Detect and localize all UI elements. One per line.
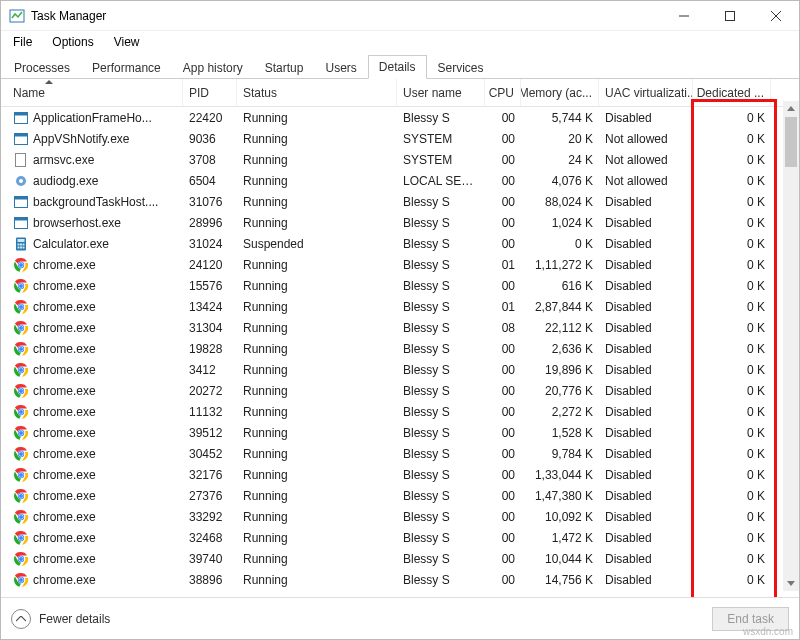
svg-point-51: [19, 389, 23, 393]
process-cpu: 00: [485, 426, 521, 440]
column-status[interactable]: Status: [237, 79, 397, 106]
tab-services[interactable]: Services: [427, 56, 495, 79]
maximize-button[interactable]: [707, 1, 753, 31]
table-row[interactable]: chrome.exe38896RunningBlessy S0014,756 K…: [1, 569, 799, 590]
process-icon: [13, 509, 29, 525]
svg-point-79: [19, 536, 23, 540]
svg-point-87: [19, 578, 23, 582]
table-row[interactable]: audiodg.exe6504RunningLOCAL SER...004,07…: [1, 170, 799, 191]
process-dedicated: 0 K: [693, 258, 771, 272]
scroll-down-icon[interactable]: [787, 581, 795, 586]
table-row[interactable]: chrome.exe11132RunningBlessy S002,272 KD…: [1, 401, 799, 422]
scroll-up-icon[interactable]: [787, 106, 795, 111]
scroll-thumb[interactable]: [785, 117, 797, 167]
process-name: AppVShNotify.exe: [33, 132, 130, 146]
process-status: Running: [237, 405, 397, 419]
task-manager-icon: [9, 8, 25, 24]
process-cpu: 00: [485, 447, 521, 461]
table-row[interactable]: chrome.exe3412RunningBlessy S0019,896 KD…: [1, 359, 799, 380]
tab-users[interactable]: Users: [314, 56, 367, 79]
process-user: SYSTEM: [397, 132, 485, 146]
table-row[interactable]: chrome.exe27376RunningBlessy S001,47,380…: [1, 485, 799, 506]
process-memory: 1,472 K: [521, 531, 599, 545]
process-uac: Disabled: [599, 426, 693, 440]
svg-point-27: [19, 263, 23, 267]
close-button[interactable]: [753, 1, 799, 31]
minimize-button[interactable]: [661, 1, 707, 31]
process-user: Blessy S: [397, 489, 485, 503]
column-name[interactable]: Name: [7, 79, 183, 106]
process-name: Calculator.exe: [33, 237, 109, 251]
column-uac[interactable]: UAC virtualizati...: [599, 79, 693, 106]
table-row[interactable]: ApplicationFrameHo...22420RunningBlessy …: [1, 107, 799, 128]
process-user: Blessy S: [397, 405, 485, 419]
process-user: Blessy S: [397, 573, 485, 587]
process-dedicated: 0 K: [693, 111, 771, 125]
process-cpu: 00: [485, 573, 521, 587]
table-row[interactable]: chrome.exe33292RunningBlessy S0010,092 K…: [1, 506, 799, 527]
tab-processes[interactable]: Processes: [3, 56, 81, 79]
process-user: Blessy S: [397, 531, 485, 545]
table-row[interactable]: chrome.exe32176RunningBlessy S001,33,044…: [1, 464, 799, 485]
svg-point-63: [19, 452, 23, 456]
menu-options[interactable]: Options: [44, 33, 101, 51]
process-uac: Disabled: [599, 489, 693, 503]
table-row[interactable]: chrome.exe19828RunningBlessy S002,636 KD…: [1, 338, 799, 359]
column-dedicated[interactable]: Dedicated ...: [693, 79, 771, 106]
process-memory: 1,47,380 K: [521, 489, 599, 503]
column-cpu[interactable]: CPU: [485, 79, 521, 106]
process-memory: 1,528 K: [521, 426, 599, 440]
table-row[interactable]: chrome.exe20272RunningBlessy S0020,776 K…: [1, 380, 799, 401]
process-dedicated: 0 K: [693, 216, 771, 230]
tab-startup[interactable]: Startup: [254, 56, 315, 79]
tab-app-history[interactable]: App history: [172, 56, 254, 79]
table-row[interactable]: armsvc.exe3708RunningSYSTEM0024 KNot all…: [1, 149, 799, 170]
column-headers: Name PID Status User name CPU Memory (ac…: [1, 79, 799, 107]
process-icon: [13, 362, 29, 378]
svg-point-31: [19, 284, 23, 288]
process-memory: 5,744 K: [521, 111, 599, 125]
table-row[interactable]: browserhost.exe28996RunningBlessy S001,0…: [1, 212, 799, 233]
tab-performance[interactable]: Performance: [81, 56, 172, 79]
process-uac: Disabled: [599, 342, 693, 356]
table-row[interactable]: backgroundTaskHost....31076RunningBlessy…: [1, 191, 799, 212]
process-dedicated: 0 K: [693, 195, 771, 209]
process-cpu: 00: [485, 279, 521, 293]
table-row[interactable]: chrome.exe24120RunningBlessy S011,11,272…: [1, 254, 799, 275]
table-row[interactable]: chrome.exe13424RunningBlessy S012,87,844…: [1, 296, 799, 317]
table-row[interactable]: chrome.exe30452RunningBlessy S009,784 KD…: [1, 443, 799, 464]
process-dedicated: 0 K: [693, 300, 771, 314]
fewer-details-button[interactable]: Fewer details: [11, 609, 110, 629]
process-memory: 1,11,272 K: [521, 258, 599, 272]
process-user: Blessy S: [397, 342, 485, 356]
table-row[interactable]: Calculator.exe31024SuspendedBlessy S000 …: [1, 233, 799, 254]
column-memory[interactable]: Memory (ac...: [521, 79, 599, 106]
table-row[interactable]: AppVShNotify.exe9036RunningSYSTEM0020 KN…: [1, 128, 799, 149]
vertical-scrollbar[interactable]: [783, 101, 799, 591]
process-uac: Disabled: [599, 510, 693, 524]
process-memory: 20 K: [521, 132, 599, 146]
process-pid: 27376: [183, 489, 237, 503]
table-row[interactable]: chrome.exe31304RunningBlessy S0822,112 K…: [1, 317, 799, 338]
menu-view[interactable]: View: [106, 33, 148, 51]
table-row[interactable]: chrome.exe39512RunningBlessy S001,528 KD…: [1, 422, 799, 443]
process-pid: 24120: [183, 258, 237, 272]
table-row[interactable]: chrome.exe15576RunningBlessy S00616 KDis…: [1, 275, 799, 296]
process-cpu: 00: [485, 405, 521, 419]
menu-file[interactable]: File: [5, 33, 40, 51]
process-icon: [13, 278, 29, 294]
process-dedicated: 0 K: [693, 552, 771, 566]
process-name: chrome.exe: [33, 405, 96, 419]
process-dedicated: 0 K: [693, 489, 771, 503]
menubar: File Options View: [1, 31, 799, 53]
table-row[interactable]: chrome.exe39740RunningBlessy S0010,044 K…: [1, 548, 799, 569]
process-name: chrome.exe: [33, 510, 96, 524]
process-uac: Disabled: [599, 552, 693, 566]
column-pid[interactable]: PID: [183, 79, 237, 106]
svg-rect-20: [23, 243, 25, 245]
process-icon: [13, 425, 29, 441]
column-user[interactable]: User name: [397, 79, 485, 106]
table-row[interactable]: chrome.exe32468RunningBlessy S001,472 KD…: [1, 527, 799, 548]
tab-details[interactable]: Details: [368, 55, 427, 79]
process-name: ApplicationFrameHo...: [33, 111, 152, 125]
